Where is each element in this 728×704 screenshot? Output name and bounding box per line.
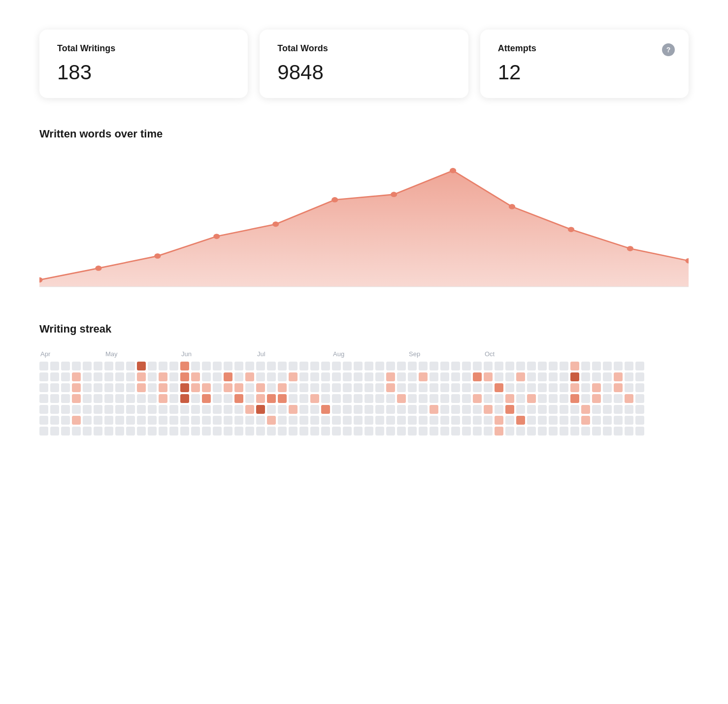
- attempts-value: 12: [498, 61, 671, 84]
- streak-cell: [430, 394, 438, 403]
- x-label-mar: MAR: [147, 292, 167, 293]
- streak-cell: [191, 394, 200, 403]
- streak-cell: [104, 383, 113, 392]
- streak-cell: [159, 383, 167, 392]
- streak-cell: [354, 362, 363, 370]
- streak-cell: [473, 394, 482, 403]
- streak-cell: [505, 372, 514, 381]
- streak-grid: [39, 362, 689, 436]
- total-writings-value: 183: [57, 61, 230, 84]
- streak-cell: [115, 383, 124, 392]
- streak-cell: [484, 383, 493, 392]
- streak-cell: [603, 383, 612, 392]
- streak-cell: [397, 372, 406, 381]
- streak-cell: [549, 383, 558, 392]
- streak-cell: [375, 362, 384, 370]
- streak-cell: [527, 372, 536, 381]
- streak-cell: [234, 394, 243, 403]
- streak-cell: [39, 416, 48, 425]
- streak-cell: [484, 427, 493, 436]
- streak-cell: [50, 372, 59, 381]
- streak-cell: [473, 362, 482, 370]
- streak-cell: [419, 394, 428, 403]
- streak-cell: [484, 405, 493, 414]
- streak-cell: [451, 372, 460, 381]
- streak-cell: [625, 372, 633, 381]
- streak-cell: [169, 427, 178, 436]
- streak-cell: [495, 416, 503, 425]
- streak-cell: [581, 416, 590, 425]
- streak-cell: [104, 362, 113, 370]
- streak-cell: [137, 405, 146, 414]
- streak-cell: [440, 405, 449, 414]
- streak-cell: [83, 383, 92, 392]
- streak-cell: [462, 427, 471, 436]
- chart-container: JAN FEB MAR APR MAY JUN JUL AUG SEP OCT …: [39, 155, 689, 293]
- streak-cell: [234, 362, 243, 370]
- streak-cell: [115, 405, 124, 414]
- attempts-card: Attempts 12 ?: [480, 30, 689, 98]
- streak-cell: [104, 416, 113, 425]
- streak-cell: [386, 427, 395, 436]
- streak-cell: [505, 394, 514, 403]
- streak-cell: [180, 427, 189, 436]
- streak-cell: [505, 427, 514, 436]
- streak-cell: [527, 416, 536, 425]
- streak-cell: [148, 362, 157, 370]
- streak-cell: [505, 362, 514, 370]
- streak-cell: [549, 372, 558, 381]
- streak-cell: [343, 372, 352, 381]
- streak-cell: [440, 362, 449, 370]
- streak-cell: [61, 394, 70, 403]
- streak-cell: [72, 405, 81, 414]
- streak-cell: [397, 383, 406, 392]
- x-label-oct: OCT: [562, 292, 581, 293]
- streak-cell: [462, 362, 471, 370]
- streak-cell: [289, 383, 298, 392]
- streak-cell: [169, 362, 178, 370]
- streak-cell: [332, 372, 341, 381]
- data-point-may: [272, 222, 279, 227]
- streak-cell: [159, 416, 167, 425]
- streak-cell: [213, 383, 222, 392]
- attempts-help-icon[interactable]: ?: [662, 43, 675, 56]
- streak-cell: [137, 383, 146, 392]
- chart-title: Written words over time: [39, 128, 689, 140]
- streak-cell: [538, 372, 547, 381]
- streak-cell: [408, 372, 417, 381]
- streak-cell: [310, 383, 319, 392]
- streak-cell: [50, 383, 59, 392]
- streak-cell: [527, 405, 536, 414]
- streak-cell: [364, 405, 373, 414]
- streak-cell: [375, 416, 384, 425]
- streak-cell: [495, 383, 503, 392]
- streak-cell: [148, 383, 157, 392]
- streak-cell: [408, 427, 417, 436]
- streak-cell: [256, 416, 265, 425]
- streak-cell: [137, 362, 146, 370]
- streak-cell: [570, 405, 579, 414]
- streak-cell: [505, 416, 514, 425]
- streak-cell: [256, 372, 265, 381]
- streak-cell: [278, 416, 287, 425]
- streak-cell: [310, 416, 319, 425]
- streak-cell: [245, 383, 254, 392]
- streak-cell: [430, 362, 438, 370]
- streak-cell: [419, 416, 428, 425]
- streak-cell: [386, 362, 395, 370]
- x-label-apr: APR: [207, 292, 226, 293]
- streak-cell: [343, 394, 352, 403]
- streak-cell: [527, 394, 536, 403]
- streak-cell: [310, 394, 319, 403]
- streak-cell: [83, 416, 92, 425]
- streak-cell: [159, 394, 167, 403]
- streak-cell: [386, 405, 395, 414]
- streak-cell: [299, 416, 308, 425]
- streak-month-labels: Apr May Jun Jul Aug Sep Oct: [39, 350, 689, 358]
- total-words-card: Total Words 9848: [260, 30, 468, 98]
- data-point-sep: [509, 204, 515, 209]
- streak-cell: [625, 383, 633, 392]
- streak-cell: [495, 372, 503, 381]
- attempts-label: Attempts: [498, 43, 671, 54]
- streak-cell: [126, 416, 135, 425]
